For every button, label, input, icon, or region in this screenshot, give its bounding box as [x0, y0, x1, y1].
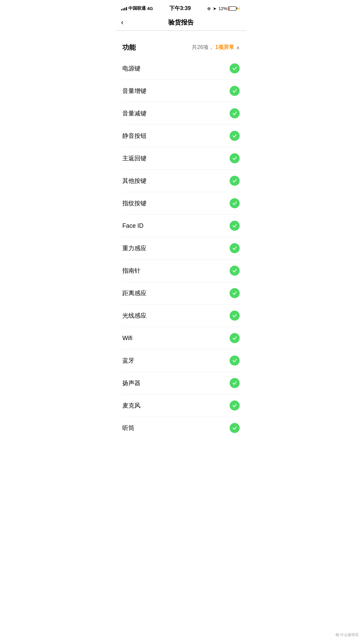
location-icon: ➤	[213, 6, 217, 11]
check-icon	[230, 198, 240, 208]
feature-item: Face ID	[122, 215, 240, 237]
abnormal-label: 1项异常	[215, 44, 234, 51]
signal-bar-4	[126, 7, 127, 10]
feature-item: 电源键	[122, 57, 240, 80]
check-icon	[230, 243, 240, 253]
section-header: 功能 共26项， 1项异常 ∧	[116, 34, 246, 57]
feature-name: 光线感应	[122, 312, 146, 320]
signal-bar-1	[121, 9, 122, 10]
check-icon	[230, 288, 240, 298]
check-icon	[230, 153, 240, 163]
feature-item: 听筒	[122, 417, 240, 439]
feature-name: 静音按钮	[122, 132, 146, 140]
feature-name: Face ID	[122, 222, 143, 229]
feature-item: Wifi	[122, 327, 240, 350]
feature-item: 静音按钮	[122, 125, 240, 147]
check-icon	[230, 266, 240, 276]
status-time: 下午3:39	[169, 5, 191, 12]
check-icon	[230, 400, 240, 411]
lock-icon: ⊕	[207, 6, 211, 11]
network-label: 4G	[147, 6, 153, 11]
feature-name: 指南针	[122, 267, 140, 275]
feature-item: 音量增键	[122, 80, 240, 102]
status-right: ⊕ ➤ 12% ⚡	[207, 6, 241, 11]
signal-bar-2	[123, 8, 124, 10]
feature-item: 麦克风	[122, 394, 240, 417]
feature-item: 蓝牙	[122, 350, 240, 372]
feature-name: 其他按键	[122, 177, 146, 185]
back-button[interactable]: ‹	[121, 18, 123, 27]
status-bar: 中国联通 4G 下午3:39 ⊕ ➤ 12% ⚡	[116, 0, 246, 15]
feature-item: 音量减键	[122, 102, 240, 125]
check-icon	[230, 378, 240, 388]
feature-name: 电源键	[122, 64, 140, 72]
feature-name: 麦克风	[122, 401, 140, 410]
battery-icon	[228, 6, 236, 11]
check-icon	[230, 108, 240, 118]
battery-bolt-icon: ⚡	[237, 7, 241, 10]
feature-item: 距离感应	[122, 282, 240, 305]
check-icon	[230, 86, 240, 96]
total-label: 共26项，	[192, 44, 214, 51]
feature-name: Wifi	[122, 335, 132, 342]
status-left: 中国联通 4G	[121, 5, 153, 11]
feature-item: 指纹按键	[122, 192, 240, 215]
feature-name: 听筒	[122, 424, 134, 432]
feature-name: 音量增键	[122, 87, 146, 95]
feature-name: 距离感应	[122, 289, 146, 297]
section-title: 功能	[122, 43, 136, 52]
feature-name: 音量减键	[122, 109, 146, 117]
feature-item: 指南针	[122, 260, 240, 282]
feature-item: 扬声器	[122, 372, 240, 394]
battery-container: 12% ⚡	[219, 6, 241, 11]
feature-item: 光线感应	[122, 305, 240, 327]
feature-item: 其他按键	[122, 170, 240, 192]
check-icon	[230, 63, 240, 73]
top-divider	[116, 31, 246, 31]
feature-list: 电源键 音量增键 音量减键 静音按钮 主返回键 其他按键 指纹按键 Face I…	[116, 57, 246, 439]
feature-name: 主返回键	[122, 154, 146, 162]
feature-item: 主返回键	[122, 147, 240, 170]
feature-name: 蓝牙	[122, 357, 134, 365]
check-icon	[230, 131, 240, 141]
signal-bars	[121, 6, 127, 10]
feature-name: 重力感应	[122, 244, 146, 252]
check-icon	[230, 423, 240, 433]
carrier-label: 中国联通	[128, 5, 146, 11]
feature-name: 指纹按键	[122, 199, 146, 207]
check-icon	[230, 221, 240, 231]
check-icon	[230, 311, 240, 321]
feature-name: 扬声器	[122, 379, 140, 387]
check-icon	[230, 333, 240, 343]
check-icon	[230, 176, 240, 186]
chevron-up-icon: ∧	[236, 45, 240, 50]
nav-title: 验货报告	[168, 18, 194, 27]
battery-fill	[229, 7, 230, 10]
feature-item: 重力感应	[122, 237, 240, 260]
signal-bar-3	[124, 8, 125, 10]
nav-bar: ‹ 验货报告	[116, 15, 246, 31]
section-summary[interactable]: 共26项， 1项异常 ∧	[192, 44, 240, 51]
check-icon	[230, 356, 240, 366]
battery-percent: 12%	[219, 6, 227, 11]
